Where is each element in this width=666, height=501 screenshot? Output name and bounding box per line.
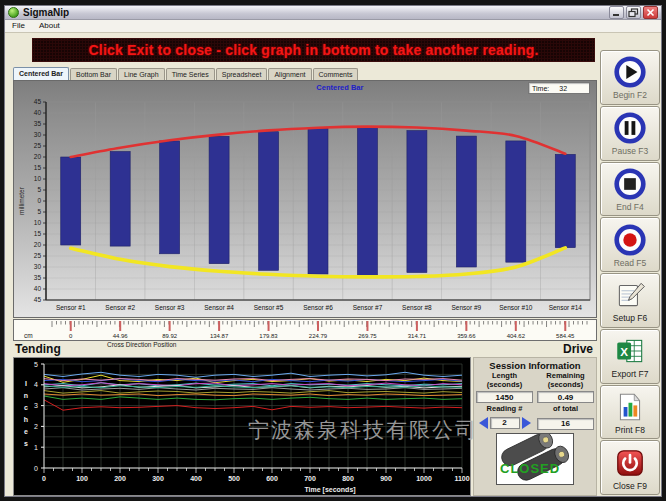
sensor-bar	[456, 136, 476, 267]
reading-stepper: 2	[476, 416, 533, 430]
tab-comments[interactable]: Comments	[313, 68, 359, 80]
cross-direction-label: Cross Direction Position	[107, 341, 176, 348]
ruler-position-value: 359.66	[457, 333, 476, 339]
notepad-icon	[613, 277, 647, 313]
reading-prev-button[interactable]	[479, 417, 488, 429]
sensor-label: Sensor #9	[452, 304, 482, 311]
remaining-label: Remaining (seconds)	[537, 372, 594, 389]
sensor-bar	[308, 128, 328, 274]
end-button-label: End F4	[616, 202, 643, 212]
y-axis-tick-label: 5	[37, 186, 41, 193]
power-icon	[613, 445, 647, 481]
tab-alignment[interactable]: Alignment	[268, 68, 311, 80]
ruler-position-value: 224.79	[309, 333, 328, 339]
titlebar: SigmaNip	[5, 6, 661, 20]
close-button[interactable]: Close F9	[600, 440, 660, 495]
read-button-label: Read F5	[614, 258, 647, 268]
trend-y-tick-label: 5	[34, 361, 38, 368]
sensor-label: Sensor #10	[499, 304, 533, 311]
sensor-bar	[506, 141, 526, 262]
record-icon	[612, 222, 648, 258]
print-button-label: Print F8	[615, 425, 645, 435]
close-button[interactable]	[643, 6, 658, 19]
stop-icon	[612, 166, 648, 202]
screenshot-frame: SigmaNip	[0, 0, 666, 501]
y-axis-tick-label: 30	[34, 131, 42, 138]
y-axis-tick-label: 35	[34, 120, 42, 127]
menu-about[interactable]: About	[32, 20, 67, 32]
tending-label: Tending	[15, 342, 61, 356]
end-button[interactable]: End F4	[600, 162, 660, 217]
tab-time-series[interactable]: Time Series	[166, 68, 215, 80]
app-icon	[8, 7, 19, 18]
remaining-value: 0.49	[537, 391, 594, 403]
centered-bar-chart[interactable]: 45403530252015105051015202530354045milli…	[14, 96, 598, 318]
nip-rollers-image: CLOSED	[496, 433, 574, 485]
ruler-position-value: 134.87	[210, 333, 229, 339]
ruler-position-value: 0	[69, 333, 73, 339]
ruler-position-value: 269.75	[358, 333, 377, 339]
trend-x-tick-label: 400	[190, 475, 202, 482]
sensor-bar	[259, 132, 279, 271]
sensor-label: Sensor #2	[105, 304, 135, 311]
pause-button[interactable]: Pause F3	[600, 106, 660, 161]
y-axis-tick-label: 10	[34, 175, 42, 182]
menu-file[interactable]: File	[5, 20, 32, 32]
rollers-graphic	[497, 434, 573, 484]
time-axis-label: Time [seconds]	[304, 486, 355, 494]
ruler-position-value: 314.71	[408, 333, 427, 339]
ruler-position-value: 179.83	[259, 333, 278, 339]
trend-y-tick-label: 0	[34, 465, 38, 472]
reading-value[interactable]: 2	[490, 417, 520, 429]
tab-line-graph[interactable]: Line Graph	[118, 68, 165, 80]
svg-text:X: X	[620, 345, 628, 358]
time-box: Time: 32	[528, 82, 590, 94]
minimize-button[interactable]	[609, 6, 624, 19]
y-axis-tick-label: 45	[34, 98, 42, 105]
action-sidebar: Begin F2Pause F3End F4Read F5 Setup F6 X…	[599, 49, 661, 496]
y-axis-tick-label: 15	[34, 164, 42, 171]
sensor-label: Sensor #1	[56, 304, 86, 311]
begin-button[interactable]: Begin F2	[600, 50, 660, 105]
total-value: 16	[537, 418, 594, 430]
sensor-bar	[110, 152, 130, 247]
sensor-bar	[555, 154, 575, 247]
trending-chart[interactable]: 0123450100200300400500600700800900100011…	[14, 358, 470, 495]
pause-icon	[612, 110, 648, 146]
tab-spreadsheet[interactable]: Spreadsheet	[216, 68, 268, 80]
sensor-label: Sensor #3	[155, 304, 185, 311]
machine-sides-row: Tending Cross Direction Position Drive	[13, 341, 597, 357]
inches-axis-label: n	[24, 392, 28, 399]
app-window: SigmaNip	[4, 5, 662, 497]
tab-bottom-bar[interactable]: Bottom Bar	[70, 68, 117, 80]
trend-x-tick-label: 100	[76, 475, 88, 482]
minimize-icon	[610, 7, 623, 18]
close-icon	[644, 7, 657, 18]
begin-button-label: Begin F2	[613, 90, 647, 100]
menubar: File About	[5, 20, 661, 33]
trending-chart-panel[interactable]: 0123450100200300400500600700800900100011…	[13, 357, 471, 496]
export-button[interactable]: XExport F7	[600, 329, 660, 384]
reading-label: Reading #	[476, 405, 533, 414]
print-button[interactable]: Print F8	[600, 385, 660, 440]
read-button[interactable]: Read F5	[600, 217, 660, 272]
inches-axis-label: e	[24, 428, 28, 435]
inches-axis-label: s	[24, 440, 28, 447]
trend-x-tick-label: 600	[266, 475, 278, 482]
window-title: SigmaNip	[23, 7, 609, 18]
restore-icon	[627, 7, 640, 18]
y-axis-tick-label: 45	[34, 296, 42, 303]
drive-label: Drive	[563, 342, 593, 356]
setup-button[interactable]: Setup F6	[600, 273, 660, 328]
maximize-button[interactable]	[626, 6, 641, 19]
sensor-label: Sensor #7	[353, 304, 383, 311]
time-label: Time:	[532, 85, 549, 92]
tab-centered-bar[interactable]: Centered Bar	[13, 67, 69, 80]
y-axis-label: millimeter	[18, 186, 25, 215]
y-axis-tick-label: 35	[34, 274, 42, 281]
sensor-bar	[357, 127, 377, 275]
reading-next-button[interactable]	[522, 417, 531, 429]
trend-x-tick-label: 800	[342, 475, 354, 482]
centered-bar-panel[interactable]: Centered Bar Time: 32 454035302520151050…	[13, 80, 597, 318]
setup-button-label: Setup F6	[613, 313, 648, 323]
